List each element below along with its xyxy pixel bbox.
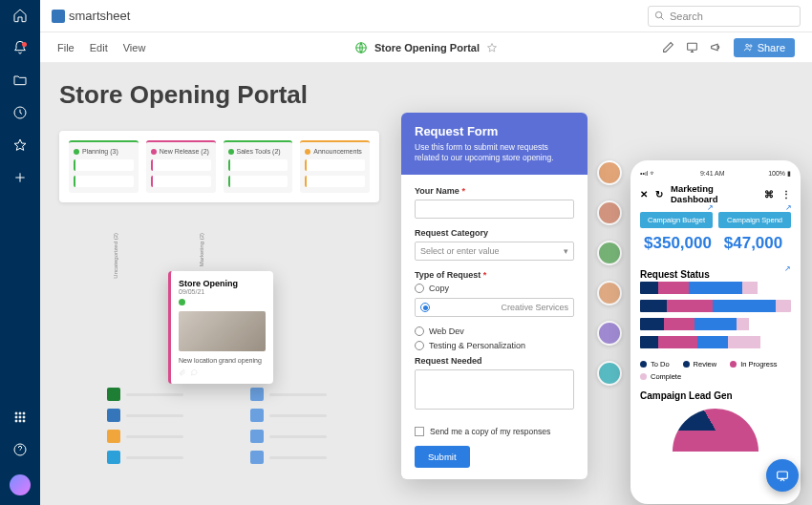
svg-point-7 [15,420,17,422]
svg-point-9 [23,420,25,422]
menu-file[interactable]: File [57,42,75,53]
label-needed: Request Needed [415,356,574,366]
section-request-status: Request Status [640,269,710,280]
dash-title: Marketing Dashboard [671,183,757,204]
select-category[interactable]: Select or enter value▾ [415,242,574,261]
left-nav-rail [0,0,40,505]
radio-option[interactable]: Web Dev [415,326,574,336]
refresh-icon[interactable]: ↻ [655,189,663,200]
svg-point-4 [15,416,17,418]
user-avatar[interactable] [10,474,31,495]
bar-row [640,300,791,312]
chip-spend[interactable]: ↗Campaign Spend [718,212,791,228]
search-input[interactable]: Search [648,6,801,27]
menu-edit[interactable]: Edit [90,42,108,53]
star-outline-icon[interactable] [486,42,498,53]
present-icon[interactable] [686,41,698,53]
card-title: Store Opening [179,279,266,288]
phone-statusbar: ••ıl ᯤ9:41 AM100% ▮ [640,170,791,178]
legend-item: Complete [640,372,681,381]
expand-icon[interactable]: ↗ [784,264,791,273]
label-name: Your Name * [415,186,574,196]
svg-point-6 [23,416,25,418]
star-icon[interactable] [12,137,28,157]
svg-point-15 [749,45,751,47]
bell-icon[interactable] [12,40,28,59]
label-category: Request Category [415,228,574,238]
pencil-icon[interactable] [662,41,674,53]
person-avatar[interactable] [597,281,622,305]
svg-rect-13 [687,43,696,50]
kanban-column[interactable]: Announcements [300,140,370,193]
kanban-column[interactable]: Sales Tools (2) [224,140,293,193]
svg-rect-16 [778,472,788,478]
radio-option[interactable]: Testing & Personalization [415,341,574,350]
svg-point-5 [19,416,21,418]
share-button[interactable]: Share [734,38,795,57]
globe-icon [354,41,368,54]
file-row[interactable] [250,451,327,464]
sub-bar: File Edit View Store Opening Portal Shar… [40,32,812,63]
megaphone-icon[interactable] [710,41,722,53]
radio-option[interactable]: Creative Services [415,298,574,317]
person-avatar[interactable] [597,361,622,386]
file-row[interactable] [107,451,183,464]
section-lead-gen: Campaign Lead Gen [640,390,791,401]
form-subtitle: Use this form to submit new requests rel… [415,142,574,163]
person-avatar[interactable] [597,321,622,346]
submit-button[interactable]: Submit [415,446,470,468]
textarea-needed[interactable] [415,369,574,410]
checkbox-copy[interactable]: Send me a copy of my responses [415,427,574,436]
label-type: Type of Request * [415,270,574,280]
close-icon[interactable]: ✕ [640,189,648,200]
search-icon [654,11,665,21]
logo[interactable]: smartsheet [52,9,130,23]
kanban-column[interactable]: Planning (3) [69,140,139,193]
bar-row [640,336,791,348]
chip-budget[interactable]: ↗Campaign Budget [640,212,713,228]
form-title: Request Form [415,124,574,138]
legend-item: In Progress [730,360,777,368]
people-icon [743,42,754,53]
svg-point-3 [23,412,25,414]
chat-fab[interactable] [766,459,799,492]
input-name[interactable] [415,200,574,219]
svg-point-8 [19,420,21,422]
plus-icon[interactable] [12,170,28,189]
file-row[interactable] [250,409,327,422]
bar-row [640,282,791,294]
home-icon[interactable] [12,8,28,27]
swim-label: Uncategorized (2) [113,233,118,279]
card-image [179,311,266,351]
svg-point-1 [15,412,17,414]
file-row[interactable] [250,430,327,443]
help-icon[interactable] [12,442,28,461]
person-avatar[interactable] [597,200,622,225]
more-icon[interactable]: ⋮ [781,189,791,200]
file-row[interactable] [250,388,327,401]
svg-point-11 [655,11,661,17]
recents-icon[interactable] [12,105,28,124]
person-avatar[interactable] [597,241,622,265]
radio-option[interactable]: Copy [415,284,574,293]
status-dot [179,299,185,305]
comment-icon [190,368,198,376]
donut-chart [673,409,759,452]
file-row[interactable] [107,409,183,422]
mobile-dashboard: ••ıl ᯤ9:41 AM100% ▮ ✕ ↻ Marketing Dashbo… [630,160,801,504]
menu-view[interactable]: View [123,42,146,53]
card-popover[interactable]: Store Opening 09/05/21 New location gran… [168,271,273,384]
page-title: Store Opening Portal [374,42,480,53]
file-row[interactable] [107,388,183,401]
request-form: Request Form Use this form to submit new… [401,113,588,479]
legend-item: To Do [640,360,670,368]
swim-label: Marketing (2) [199,233,204,266]
people-icon[interactable]: ⌘ [764,189,774,200]
top-bar: smartsheet Search [40,0,812,32]
svg-point-2 [19,412,21,414]
person-avatar[interactable] [597,160,622,185]
apps-icon[interactable] [12,410,28,429]
kanban-column[interactable]: New Release (2) [146,140,216,193]
file-row[interactable] [107,430,183,443]
folder-icon[interactable] [12,73,28,92]
